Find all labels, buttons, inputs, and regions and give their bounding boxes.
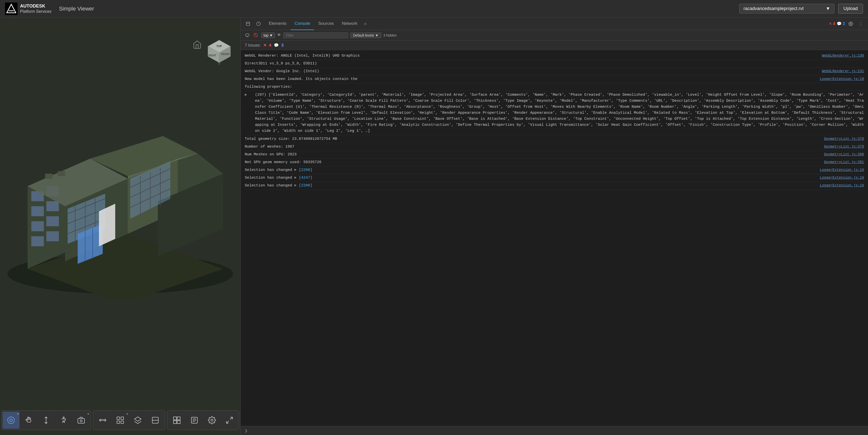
svg-rect-74	[246, 22, 250, 26]
tab-elements[interactable]: Elements	[265, 18, 290, 30]
svg-rect-13	[31, 206, 44, 216]
svg-rect-18	[46, 231, 59, 241]
selection-text-3: Selection has changed ► [2200]	[245, 183, 312, 189]
console-line-direct3d: Direct3D11 vs_5_0 ps_5_0, D3D11) placeho…	[245, 60, 864, 68]
selection-link-1[interactable]: LoggerExtension.js:24	[820, 167, 864, 173]
fullscreen-tool-button[interactable]	[221, 412, 238, 429]
walk-tool-button[interactable]	[55, 412, 72, 429]
eye-icon[interactable]: 👁	[277, 33, 281, 38]
platform-label: Platform Services	[20, 9, 51, 14]
selection-arrow-3[interactable]: ►	[294, 183, 299, 188]
devtools-right-controls: ✕ 4 💬 3 ⋮	[829, 20, 865, 28]
selection-arrow-1[interactable]: ►	[294, 168, 299, 172]
svg-rect-59	[121, 421, 124, 424]
model-loaded-text: New model has been loaded. Its objects c…	[245, 76, 816, 82]
svg-rect-14	[46, 201, 59, 211]
error-x-icon: ✕	[263, 43, 267, 48]
file-selector: racadvancedsampleproject.rvt ▼ Upload	[739, 4, 863, 13]
svg-line-72	[230, 417, 232, 420]
upload-button[interactable]: Upload	[838, 4, 863, 13]
svg-rect-40	[58, 171, 65, 176]
mesh-count-link[interactable]: GeometryList.js:379	[824, 144, 864, 149]
app-title: Simple Viewer	[59, 5, 94, 12]
console-clear-icon[interactable]: 🚫	[252, 32, 259, 39]
svg-marker-36	[99, 204, 115, 246]
explode-tool-button[interactable]: ▲	[112, 412, 129, 429]
svg-point-48	[10, 419, 12, 422]
devtools-secondary-bar: 🚫 top ▼ 👁 Default levels ▼ 3 hidden	[241, 30, 868, 40]
measure-tool-button[interactable]	[94, 412, 111, 429]
section-tool-button[interactable]	[147, 412, 164, 429]
top-level-dropdown[interactable]: top ▼	[261, 33, 275, 38]
svg-point-79	[850, 23, 851, 24]
selection-link-2[interactable]: LoggerExtension.js:24	[820, 175, 864, 181]
camera-tool-button[interactable]: ▲	[73, 412, 90, 429]
autodesk-logo: AUTODESK Platform Services	[5, 2, 51, 15]
mesh-count-text: Number of meshes: 1967	[245, 144, 820, 150]
svg-marker-0	[7, 4, 16, 13]
warning-icon: 💬	[837, 21, 842, 26]
console-line-model-loaded: New model has been loaded. Its objects c…	[245, 75, 864, 83]
default-levels-button[interactable]: Default levels ▼	[350, 33, 381, 38]
devtools-toggle-icon[interactable]	[254, 20, 263, 28]
orbit-tool-button[interactable]: ▲	[2, 412, 20, 429]
webgl-renderer-link[interactable]: WebGLRenderer.js:230	[822, 53, 864, 58]
property-expand-icon[interactable]: ▶	[245, 92, 247, 98]
settings-tool-button[interactable]	[204, 412, 220, 429]
property-list-text: (297) ['ElementId', 'Category', 'Categor…	[250, 92, 864, 134]
selection-text-1: Selection has changed ► [2200]	[245, 167, 312, 173]
explode-arrow-icon: ▲	[126, 412, 128, 415]
tab-console[interactable]: Console	[290, 18, 314, 30]
svg-rect-57	[121, 417, 124, 420]
gpu-memory-link[interactable]: GeometryList.js:381	[824, 159, 864, 165]
tab-sources[interactable]: Sources	[314, 18, 338, 30]
file-name: racadvancedsampleproject.rvt	[744, 6, 804, 11]
warning-badge-count: 3	[281, 43, 284, 48]
file-dropdown[interactable]: racadvancedsampleproject.rvt ▼	[739, 4, 834, 13]
model-structure-button[interactable]	[168, 412, 185, 429]
model-loaded-link[interactable]: LoggerExtension.js:19	[820, 76, 864, 82]
properties-tool-button[interactable]	[186, 412, 203, 429]
console-panel-icon[interactable]	[244, 32, 251, 39]
selection-id-1[interactable]: [2200]	[299, 168, 312, 172]
geom-size-link[interactable]: GeometryList.js:378	[824, 136, 864, 142]
filter-input[interactable]	[283, 32, 348, 38]
nav-cube[interactable]: TOP FRONT RIGHT S	[206, 38, 233, 65]
warning-msg-icon: 💬	[274, 43, 279, 48]
webgl-vendor-link[interactable]: WebGLRenderer.js:231	[822, 68, 864, 74]
devtools-dock-icon[interactable]	[244, 20, 252, 28]
selection-id-3[interactable]: [2200]	[299, 183, 312, 188]
platform-services-text: AUTODESK Platform Services	[20, 3, 51, 14]
console-line-following: following properties:	[245, 83, 864, 91]
svg-point-52	[80, 420, 82, 422]
gpu-meshes-link[interactable]: GeometryList.js:380	[824, 152, 864, 157]
error-badge: ✕ 4	[829, 21, 835, 26]
devtools-settings-icon[interactable]	[846, 20, 855, 28]
main-content: TOP FRONT RIGHT S ▲	[0, 18, 868, 435]
svg-rect-65	[174, 421, 177, 424]
selection-text-2: Selection has changed ► [4247]	[245, 175, 312, 181]
home-icon[interactable]	[193, 40, 202, 51]
devtools-topbar: Elements Console Sources Network » ✕ 4	[241, 18, 868, 30]
tab-network[interactable]: Network	[338, 18, 362, 30]
dolly-tool-button[interactable]	[38, 412, 55, 429]
selection-arrow-2[interactable]: ►	[294, 176, 299, 180]
autodesk-label: AUTODESK	[20, 3, 51, 9]
selection-link-3[interactable]: LoggerExtension.js:24	[820, 183, 864, 189]
error-badge-count: 4	[269, 43, 271, 48]
layers-tool-button[interactable]	[129, 412, 146, 429]
svg-rect-39	[45, 174, 53, 179]
svg-rect-80	[246, 34, 249, 36]
devtools-more-icon[interactable]: ⋮	[857, 20, 865, 28]
pan-tool-button[interactable]	[20, 412, 37, 429]
toolbar-group-navigation: ▲	[1, 410, 91, 430]
autodesk-logo-icon	[5, 2, 18, 15]
console-prompt-icon[interactable]: ❯	[245, 428, 248, 434]
selection-id-2[interactable]: [4247]	[299, 176, 312, 180]
warning-badge: 💬 3	[837, 21, 845, 26]
console-line-gpu-meshes: Num Meshes on GPU: 2023 GeometryList.js:…	[245, 151, 864, 159]
console-line-selection-1: Selection has changed ► [2200] LoggerExt…	[245, 166, 864, 174]
console-output[interactable]: WebGL Renderer: ANGLE (Intel, Intel(R) U…	[241, 50, 868, 426]
console-line-webgl-vendor: WebGL Vendor: Google Inc. (Intel) WebGLR…	[245, 68, 864, 75]
tab-more-icon[interactable]: »	[362, 21, 369, 26]
